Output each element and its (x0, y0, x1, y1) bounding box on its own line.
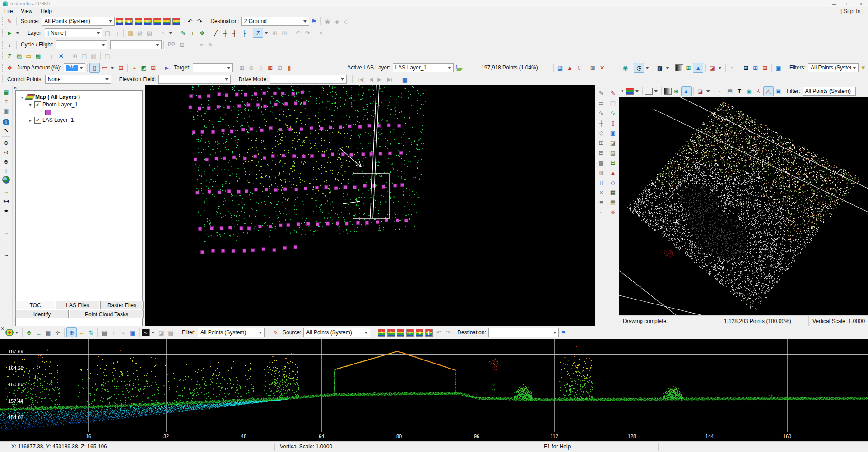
color-ramp-icon[interactable] (626, 88, 634, 95)
undo-icon[interactable]: ↶ (185, 17, 195, 26)
tree-item-map[interactable]: ▾ Map ( All Layers ) (16, 93, 142, 101)
crosshair-icon[interactable]: ✛ (53, 328, 62, 337)
undo-edit-icon[interactable]: ↶ (293, 28, 302, 37)
zoom-in-icon[interactable]: ⊕ (1, 138, 11, 148)
horizontal-ruler-icon[interactable]: ↔ (77, 328, 86, 337)
cancel-edit-icon[interactable]: × (316, 28, 325, 37)
report-icon[interactable]: ▤ (166, 328, 176, 337)
circle-select-icon[interactable]: ⊕ (246, 63, 256, 72)
3d-filter-combo[interactable]: All Points (System) (803, 87, 856, 96)
menu-help[interactable]: Help (37, 7, 56, 15)
pp-mode-label[interactable]: PP (168, 42, 175, 48)
map-edit-icon[interactable]: ▨ (135, 28, 144, 37)
class-filter-icon-6[interactable]: ○ (163, 18, 171, 25)
toolbar-grip[interactable] (2, 52, 3, 60)
theta-filter-icon[interactable]: θ (575, 63, 584, 72)
drawing-tool-icon-9[interactable]: ▥ (597, 167, 606, 177)
layers-icon[interactable]: ▦ (125, 28, 135, 37)
expand-arrow-icon[interactable]: ▸ (28, 118, 33, 123)
map-layer-icon[interactable]: ▩ (33, 52, 43, 61)
grayscale-display-icon[interactable] (664, 88, 672, 95)
pointer-tool-icon[interactable]: ↖ (1, 125, 11, 135)
class-paint-icon-3[interactable]: ⬚ (397, 329, 404, 337)
drawing-tool-icon-11[interactable]: × (597, 187, 606, 197)
analysis-tool-icon-3[interactable]: ∿ (608, 108, 618, 118)
tab-toc[interactable]: TOC (15, 301, 55, 309)
profile-source-combo[interactable]: All Points (System) (303, 328, 370, 337)
add-points-icon[interactable]: ⊕ (24, 328, 34, 337)
image-drape-icon[interactable]: ▲ (681, 86, 692, 96)
analysis-tool-icon-7[interactable]: ▨ (608, 148, 618, 157)
analysis-tool-icon-4[interactable]: ▯ (608, 118, 618, 128)
forward-icon[interactable]: → (1, 250, 11, 259)
tree-item-las-layer[interactable]: ▸ ✓ LAS Layer_1 (16, 116, 142, 124)
redo-edit-icon[interactable]: ↷ (302, 28, 312, 37)
flatten-profile-icon[interactable]: ⊟ (116, 63, 125, 72)
jump-amount-combo[interactable]: 75 (64, 63, 86, 72)
analysis-tool-icon-8[interactable]: ⊞ (608, 157, 618, 167)
profile-destination-combo[interactable] (488, 328, 559, 337)
open-project-icon[interactable]: ▭ (24, 52, 33, 61)
3d-panel-close-icon[interactable]: ✕ (621, 89, 624, 93)
time-display-icon[interactable]: ◷ (634, 63, 644, 73)
delete-icon[interactable]: ▯ (112, 28, 121, 37)
grayscale-display-icon[interactable] (675, 64, 683, 71)
point-display-mode-icon[interactable] (645, 88, 653, 95)
target-select-icon[interactable]: ► (162, 63, 172, 72)
zoom-window-icon[interactable]: ⊕ (1, 157, 11, 166)
copy-view-icon[interactable]: ▣ (774, 63, 783, 72)
point-tools-icon[interactable]: ✕ (598, 63, 607, 72)
grid-edit-icon[interactable]: ⊞ (279, 28, 289, 37)
control-tool-icon[interactable]: ◈ (332, 17, 342, 26)
globe-tool-icon[interactable]: ◉ (323, 17, 332, 26)
drawing-tool-icon-3[interactable]: ∿ (597, 108, 606, 118)
toolbar-grip[interactable] (2, 17, 3, 25)
extent-display-icon[interactable]: ▫ (728, 63, 737, 72)
tools-icon[interactable]: ✕ (56, 52, 66, 61)
analysis-tool-icon-13[interactable]: ❖ (608, 207, 618, 217)
drawing-tool-icon-12[interactable]: ≡ (597, 197, 606, 207)
collapse-arrow-icon[interactable]: ▾ (28, 102, 33, 107)
map-view-canvas[interactable] (145, 85, 595, 326)
identify-info-icon[interactable]: i (3, 119, 9, 125)
drawing-tool-icon-1[interactable]: ✎ (597, 88, 606, 98)
first-record-icon[interactable]: |◀ (354, 75, 367, 84)
smooth-icon[interactable]: ≈ (196, 40, 206, 49)
select-feature-icon[interactable]: ► (5, 28, 14, 37)
classification-display-icon[interactable]: ◪ (157, 328, 166, 337)
drawing-tool-icon-5[interactable]: ◇ (597, 128, 606, 138)
analysis-tool-icon-10[interactable]: ◇ (608, 177, 618, 187)
flight-combo[interactable] (110, 40, 162, 49)
toc-close-icon[interactable]: ✕ (14, 86, 17, 90)
vertical-ruler-icon[interactable]: ⇅ (86, 328, 96, 337)
tab-las-files[interactable]: LAS Files (56, 301, 99, 309)
extent-frame-icon[interactable]: ▫ (716, 87, 725, 96)
maximize-button[interactable]: □ (841, 0, 854, 7)
selection-marquee-icon[interactable]: ▫ (158, 28, 167, 37)
expand-extent-icon[interactable]: ◂▸ (2, 206, 10, 215)
redo-icon[interactable]: ↷ (195, 17, 204, 26)
zoom-to-selection-icon[interactable]: ▸◂ (2, 196, 10, 206)
class-paint-icon-1[interactable]: ✎ (378, 329, 385, 337)
destination-combo[interactable]: 2 Ground (241, 17, 309, 26)
drawing-tool-icon-8[interactable]: ▤ (597, 157, 606, 167)
attribute-table-icon[interactable]: ▦ (400, 75, 409, 84)
grid-display-2-icon[interactable]: ⊞ (751, 63, 760, 72)
text-tool-icon[interactable]: T (735, 87, 744, 96)
control-points-combo[interactable]: None (45, 75, 111, 84)
split-line-icon[interactable]: ╱ (211, 28, 220, 37)
polygon-select-icon[interactable]: ◇ (256, 63, 265, 72)
edit-selection-icon[interactable]: ⊡ (275, 63, 284, 72)
download-icon[interactable]: ↓ (5, 40, 14, 49)
t-square-icon[interactable]: ⊤ (109, 328, 119, 337)
elevation-wave-display-icon[interactable]: ∿ (142, 329, 150, 336)
calendar-icon[interactable]: ⊞ (70, 52, 79, 61)
properties-icon[interactable]: ▤ (725, 87, 735, 96)
previous-extent-icon[interactable]: ← (1, 218, 11, 228)
map-view[interactable] (145, 85, 595, 326)
classification-display-icon[interactable]: ◪ (696, 87, 705, 96)
active-las-layer-combo[interactable]: LAS Layer_1 (393, 63, 454, 72)
cycle-combo[interactable] (56, 40, 107, 49)
las-layer-checkbox[interactable]: ✓ (34, 117, 41, 124)
redo-icon[interactable]: ↷ (443, 328, 453, 337)
